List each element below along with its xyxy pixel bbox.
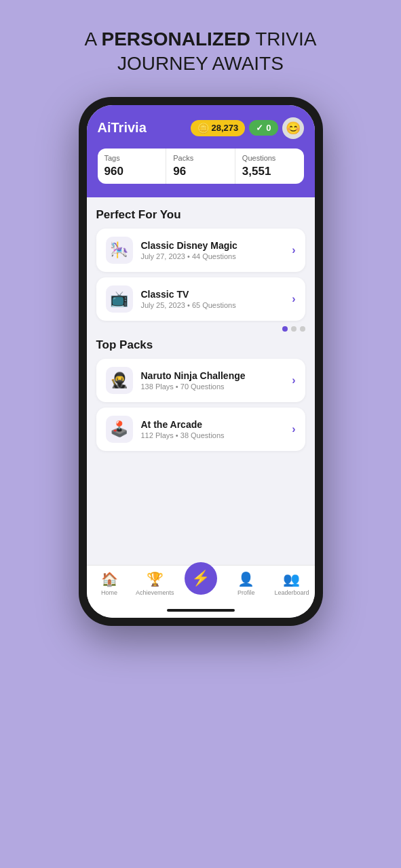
achievements-label: Achievements — [136, 589, 174, 596]
section-perfect-for-you: Perfect For You 🎠 Classic Disney Magic J… — [96, 208, 305, 332]
pack-info-arcade: At the Arcade 112 Plays • 38 Questions — [141, 419, 292, 439]
headline: A PERSONALIZED TRIVIA JOURNEY AWAITS — [58, 27, 344, 77]
pack-card-arcade[interactable]: 🕹️ At the Arcade 112 Plays • 38 Question… — [96, 408, 305, 451]
stat-packs-label: Packs — [173, 154, 228, 162]
pack-meta-classic-tv: July 25, 2023 • 65 Questions — [141, 301, 292, 309]
leaderboard-icon: 👥 — [283, 571, 300, 587]
home-label: Home — [101, 589, 117, 596]
stat-tags-label: Tags — [104, 154, 159, 162]
stat-questions-value: 3,551 — [242, 165, 297, 178]
bolt-icon: ⚡ — [191, 570, 210, 587]
stat-questions-label: Questions — [242, 154, 297, 162]
main-content: Perfect For You 🎠 Classic Disney Magic J… — [87, 197, 315, 565]
dot-2 — [291, 326, 297, 332]
nav-item-center[interactable]: ⚡ — [178, 572, 223, 595]
pack-card-classic-tv[interactable]: 📺 Classic TV July 25, 2023 • 65 Question… — [96, 277, 305, 321]
check-icon: ✓ — [256, 123, 263, 133]
pack-icon-disney: 🎠 — [106, 237, 133, 264]
top-packs-title: Top Packs — [96, 338, 305, 352]
pack-info-disney: Classic Disney Magic July 27, 2023 • 44 … — [141, 240, 292, 260]
chevron-naruto: › — [292, 374, 295, 387]
coins-badge: 🪙 28,273 — [191, 120, 246, 136]
pagination-dots — [96, 326, 305, 332]
nav-item-home[interactable]: 🏠 Home — [87, 571, 132, 596]
chevron-arcade: › — [292, 423, 295, 435]
section-top-packs: Top Packs 🥷 Naruto Ninja Challenge 138 P… — [96, 338, 305, 451]
center-button[interactable]: ⚡ — [185, 562, 217, 595]
profile-label: Profile — [237, 589, 255, 596]
pack-meta-disney: July 27, 2023 • 44 Questions — [141, 252, 292, 260]
nav-item-leaderboard[interactable]: 👥 Leaderboard — [269, 571, 314, 596]
app-header: AiTrivia 🪙 28,273 ✓ 0 😊 — [87, 105, 315, 197]
pack-info-naruto: Naruto Ninja Challenge 138 Plays • 70 Qu… — [141, 370, 292, 391]
bottom-nav: 🏠 Home 🏆 Achievements ⚡ 👤 Profile 👥 Lead… — [87, 565, 315, 603]
check-value: 0 — [266, 123, 271, 133]
pack-icon-classic-tv: 📺 — [106, 285, 133, 313]
stat-packs: Packs 96 — [166, 149, 235, 184]
stats-container: Tags 960 Packs 96 Questions 3,551 — [98, 149, 304, 184]
stat-tags: Tags 960 — [98, 149, 167, 184]
pack-info-classic-tv: Classic TV July 25, 2023 • 65 Questions — [141, 289, 292, 309]
profile-icon: 👤 — [237, 571, 254, 587]
phone-screen: AiTrivia 🪙 28,273 ✓ 0 😊 — [87, 105, 315, 618]
dot-1 — [282, 326, 288, 332]
stat-tags-value: 960 — [104, 165, 159, 178]
pack-name-classic-tv: Classic TV — [141, 289, 292, 300]
pack-card-naruto[interactable]: 🥷 Naruto Ninja Challenge 138 Plays • 70 … — [96, 359, 305, 402]
nav-item-achievements[interactable]: 🏆 Achievements — [132, 571, 178, 596]
check-badge: ✓ 0 — [249, 120, 278, 136]
avatar[interactable]: 😊 — [282, 117, 304, 139]
pack-name-naruto: Naruto Ninja Challenge — [141, 370, 292, 381]
pack-meta-arcade: 112 Plays • 38 Questions — [141, 431, 292, 439]
app-title: AiTrivia — [98, 120, 147, 136]
pack-icon-arcade: 🕹️ — [106, 416, 133, 443]
pack-name-arcade: At the Arcade — [141, 419, 292, 430]
leaderboard-label: Leaderboard — [274, 589, 309, 596]
coin-icon: 🪙 — [197, 123, 209, 134]
stat-questions: Questions 3,551 — [235, 149, 304, 184]
chevron-disney: › — [292, 244, 295, 256]
home-bar — [167, 609, 235, 612]
perfect-section-title: Perfect For You — [96, 208, 305, 222]
chevron-classic-tv: › — [292, 293, 295, 305]
pack-name-disney: Classic Disney Magic — [141, 240, 292, 251]
achievements-icon: 🏆 — [147, 571, 164, 587]
nav-item-profile[interactable]: 👤 Profile — [223, 571, 269, 596]
coins-value: 28,273 — [212, 123, 239, 133]
phone-shell: AiTrivia 🪙 28,273 ✓ 0 😊 — [79, 97, 323, 626]
dot-3 — [300, 326, 305, 332]
pack-icon-naruto: 🥷 — [106, 367, 133, 394]
pack-card-disney[interactable]: 🎠 Classic Disney Magic July 27, 2023 • 4… — [96, 229, 305, 272]
pack-meta-naruto: 138 Plays • 70 Questions — [141, 382, 292, 391]
stat-packs-value: 96 — [173, 165, 228, 178]
home-icon: 🏠 — [101, 571, 118, 587]
home-indicator — [87, 603, 315, 618]
headline-text: A PERSONALIZED TRIVIA JOURNEY AWAITS — [85, 28, 317, 74]
